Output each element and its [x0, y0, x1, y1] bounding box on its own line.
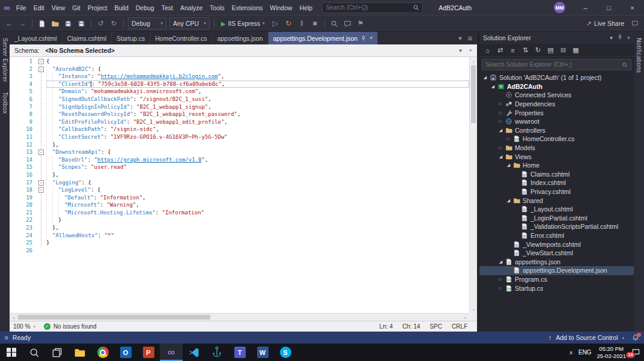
save-all-icon[interactable]	[75, 17, 88, 30]
navigate-backward-icon[interactable]: ←	[3, 17, 16, 30]
break-all-icon[interactable]: ‖	[296, 17, 308, 30]
quick-search-box[interactable]	[322, 2, 423, 13]
menu-edit[interactable]: Edit	[30, 2, 48, 13]
navigate-forward-icon[interactable]: →	[16, 17, 29, 30]
code-text[interactable]: },	[46, 171, 469, 179]
expand-icon[interactable]: ▷	[497, 119, 504, 124]
fold-margin[interactable]: -	[37, 58, 46, 65]
comment-icon[interactable]	[341, 17, 354, 30]
vs-code-icon[interactable]	[183, 344, 205, 361]
vertical-scroll-thumb[interactable]	[471, 65, 476, 123]
code-line-22[interactable]: 22}	[10, 216, 469, 224]
code-text[interactable]	[46, 247, 469, 255]
outlook-icon[interactable]: O	[114, 344, 137, 361]
code-line-4[interactable]: 4"ClientId": "759c3e58-6028-43f5-b788-cf…	[10, 80, 469, 88]
save-icon[interactable]	[62, 17, 74, 30]
code-line-12[interactable]: 12},	[10, 141, 469, 149]
switch-views-icon[interactable]: ⇄	[494, 45, 506, 56]
column-indicator[interactable]: Ch: 14	[402, 323, 420, 330]
code-text[interactable]: "ClientId": "759c3e58-6028-43f5-b788-cf6…	[46, 80, 469, 88]
tree-item-connected-services[interactable]: Connected Services	[479, 91, 634, 100]
scroll-left-icon[interactable]: ◂	[10, 314, 17, 321]
feedback-icon[interactable]	[629, 20, 641, 27]
schema-dropdown-icon[interactable]: ▾	[459, 47, 462, 53]
tree-item-homecontroller-cs[interactable]: ▷C#HomeController.cs	[479, 135, 634, 144]
menu-build[interactable]: Build	[111, 2, 132, 13]
pin-icon[interactable]	[617, 34, 623, 41]
bookmark-icon[interactable]: ⚑	[354, 17, 367, 30]
visual-studio-icon[interactable]: ∞	[160, 344, 183, 361]
code-text[interactable]: "Microsoft": "Warning",	[46, 201, 469, 209]
code-line-21[interactable]: 21"Microsoft.Hosting.Lifetime": "Informa…	[10, 209, 469, 217]
code-text[interactable]: "Microsoft.Hosting.Lifetime": "Informati…	[46, 209, 469, 217]
code-text[interactable]: "ResetPasswordPolicyId": "B2C_1_webapp1_…	[46, 111, 469, 118]
code-line-7[interactable]: 7"SignUpSignInPolicyId": "B2C_1_webapp1_…	[10, 103, 469, 111]
collapse-icon[interactable]: ◢	[505, 198, 512, 203]
home-icon[interactable]: ⌂	[482, 45, 493, 56]
tab-claims-cshtml[interactable]: Claims.cshtml	[62, 32, 112, 44]
menu-extensions[interactable]: Extensions	[228, 2, 266, 13]
collapse-region-icon[interactable]: -	[38, 59, 44, 64]
platform-dropdown[interactable]: Any CPU▾	[169, 17, 210, 29]
sync-with-active-document-icon[interactable]: ⇅	[520, 45, 531, 56]
word-icon[interactable]: W	[251, 344, 274, 361]
code-line-25[interactable]: 25}	[10, 239, 469, 247]
expand-icon[interactable]: ▷	[505, 136, 512, 141]
code-text[interactable]: "SignedOutCallbackPath": "/signout/B2C_1…	[46, 96, 469, 103]
panel-tab-toolbox[interactable]: Toolbox	[2, 87, 8, 119]
collapse-icon[interactable]: ◢	[482, 75, 488, 80]
scroll-up-icon[interactable]: ▴	[470, 57, 478, 64]
menu-tools[interactable]: Tools	[206, 2, 228, 13]
menu-project[interactable]: Project	[84, 2, 111, 13]
panel-tab-notifications[interactable]: Notifications	[636, 33, 642, 77]
add-to-source-control-button[interactable]: Add to Source Control	[556, 334, 618, 341]
fold-margin[interactable]: -	[37, 65, 46, 73]
undo-icon[interactable]: ↺	[94, 17, 107, 30]
code-line-17[interactable]: 17-"Logging": {	[10, 179, 469, 187]
code-line-2[interactable]: 2-"AzureAdB2C": {	[10, 65, 469, 73]
tree-item-viewimports-cshtml[interactable]: @_ViewImports.cshtml	[479, 240, 634, 249]
collapse-all-icon[interactable]: ⊟	[557, 45, 569, 56]
pin-icon[interactable]	[360, 35, 366, 41]
stop-icon[interactable]: ■	[309, 17, 321, 30]
expand-icon[interactable]: ▷	[497, 111, 504, 115]
tree-item-properties[interactable]: ▷Properties	[479, 108, 634, 117]
horizontal-scroll-thumb[interactable]	[18, 315, 210, 320]
menu-window[interactable]: Window	[266, 2, 296, 13]
tab-startup-cs[interactable]: Startup.cs	[112, 32, 150, 44]
code-line-10[interactable]: 10"CallbackPath": "/signin-oidc",	[10, 126, 469, 133]
maximize-button[interactable]: □	[597, 0, 621, 15]
collapse-region-icon[interactable]: -	[38, 150, 44, 155]
fold-margin[interactable]: -	[37, 148, 46, 156]
tree-item-layout-cshtml[interactable]: @_Layout.cshtml	[479, 205, 634, 214]
code-line-20[interactable]: 20"Microsoft": "Warning",	[10, 201, 469, 209]
tree-item-appsettings-json[interactable]: ◢{}appsettings.json	[479, 257, 634, 266]
code-text[interactable]: }	[46, 216, 469, 224]
code-line-3[interactable]: 3"Instance": "https://mohammadmakkaji.b2…	[10, 73, 469, 80]
menu-help[interactable]: Help	[296, 2, 317, 13]
redo-icon[interactable]: ↻	[108, 17, 120, 30]
action-center-icon[interactable]: 10	[631, 348, 640, 357]
float-window-icon[interactable]: ⊞	[467, 35, 472, 41]
code-line-13[interactable]: 13-"DownstreamApi": {	[10, 148, 469, 156]
code-text[interactable]: "Scopes": "user.read"	[46, 163, 469, 171]
vertical-scrollbar[interactable]: ▴ ▾	[469, 57, 477, 313]
chrome-icon[interactable]	[91, 344, 114, 361]
collapse-region-icon[interactable]: -	[38, 187, 44, 193]
clock[interactable]: 05:20 PM 25-02-2021	[597, 345, 626, 359]
collapse-icon[interactable]: ◢	[490, 84, 496, 89]
tree-item-adb2cauth[interactable]: ◢AdB2CAuth	[479, 82, 634, 91]
language-indicator[interactable]: ENG	[579, 349, 592, 356]
code-text[interactable]: "DownstreamApi": {	[46, 148, 469, 156]
document-health-indicator[interactable]: ✓ No issues found	[44, 323, 97, 330]
refresh-icon[interactable]: ↻	[532, 45, 544, 56]
powerpoint-icon[interactable]: P	[137, 344, 160, 361]
expand-icon[interactable]: ▷	[497, 102, 504, 106]
collapse-icon[interactable]: ◢	[497, 128, 504, 133]
tree-item-loginpartial-cshtml[interactable]: @_LoginPartial.cshtml	[479, 214, 634, 223]
quick-search-input[interactable]	[326, 4, 410, 11]
code-line-5[interactable]: 5"Domain": "mohammadmakkaji.onmicrosoft.…	[10, 88, 469, 96]
code-text[interactable]: "Instance": "https://mohammadmakkaji.b2c…	[46, 73, 469, 80]
code-text[interactable]: }	[46, 239, 469, 247]
notifications-bell-icon[interactable]	[632, 334, 639, 341]
